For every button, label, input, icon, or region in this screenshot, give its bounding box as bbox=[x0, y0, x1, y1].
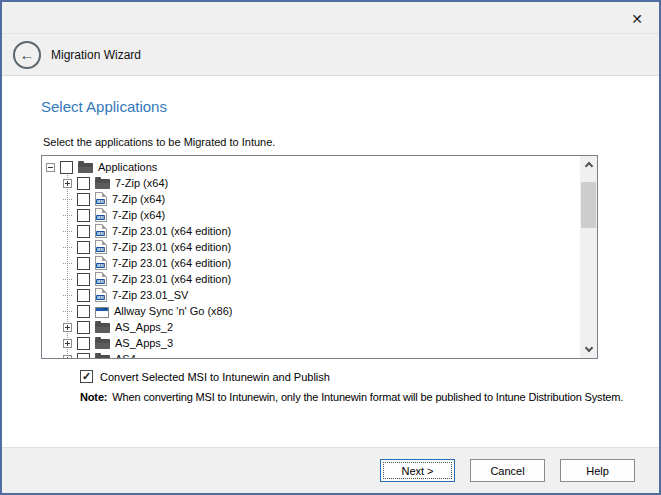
help-button[interactable]: Help bbox=[560, 459, 635, 482]
expand-toggle-icon[interactable] bbox=[63, 323, 72, 332]
next-button[interactable]: Next > bbox=[380, 459, 455, 482]
vertical-scrollbar[interactable] bbox=[580, 156, 597, 358]
tree-connector-stub bbox=[63, 247, 72, 248]
footer-bar: Next > Cancel Help bbox=[2, 447, 659, 493]
folder-icon bbox=[95, 339, 110, 349]
instruction-label: Select the applications to be Migrated t… bbox=[43, 136, 659, 148]
tree-connector-stub bbox=[63, 199, 72, 200]
tree-item-checkbox[interactable] bbox=[77, 353, 90, 360]
tree-item-label: AS_Apps_2 bbox=[115, 321, 173, 333]
tree-connector-stub bbox=[63, 279, 72, 280]
tree-item-label: 7-Zip (x64) bbox=[112, 209, 165, 221]
tree-item[interactable]: MSI7-Zip 23.01 (x64 edition) bbox=[46, 239, 579, 255]
tree-item[interactable]: 7-Zip (x64) bbox=[46, 175, 579, 191]
app-icon bbox=[95, 307, 109, 318]
tree-item[interactable]: MSI7-Zip (x64) bbox=[46, 207, 579, 223]
tree-item-checkbox[interactable] bbox=[77, 177, 90, 190]
convert-option-row: ✓ Convert Selected MSI to Intunewin and … bbox=[80, 370, 659, 383]
scroll-up-icon[interactable] bbox=[580, 156, 597, 173]
msi-icon: MSI bbox=[95, 272, 107, 286]
tree-item-checkbox[interactable] bbox=[77, 321, 90, 334]
tree-item-label: 7-Zip 23.01 (x64 edition) bbox=[112, 273, 231, 285]
back-arrow-icon: ← bbox=[20, 47, 35, 62]
tree-item-label: AS_Apps_3 bbox=[115, 337, 173, 349]
folder-icon bbox=[95, 323, 110, 333]
tree-item[interactable]: MSI7-Zip 23.01 (x64 edition) bbox=[46, 271, 579, 287]
cancel-button[interactable]: Cancel bbox=[470, 459, 545, 482]
msi-icon: MSI bbox=[95, 208, 107, 222]
tree-item[interactable]: MSI7-Zip 23.01 (x64 edition) bbox=[46, 255, 579, 271]
tree-connector-stub bbox=[63, 215, 72, 216]
tree-item-checkbox[interactable] bbox=[77, 209, 90, 222]
tree-item-label: 7-Zip (x64) bbox=[112, 193, 165, 205]
tree-item-checkbox[interactable] bbox=[77, 273, 90, 286]
tree-item-label: Applications bbox=[98, 161, 157, 173]
tree-item[interactable]: Allway Sync 'n' Go (x86) bbox=[46, 303, 579, 319]
tree-item[interactable]: AS_Apps_3 bbox=[46, 335, 579, 351]
note-text: When converting MSI to Intunewin, only t… bbox=[112, 391, 623, 403]
applications-tree: Applications7-Zip (x64)MSI7-Zip (x64)MSI… bbox=[41, 155, 598, 359]
wizard-header: ← Migration Wizard bbox=[2, 34, 659, 76]
tree-item-label: 7-Zip 23.01 (x64 edition) bbox=[112, 241, 231, 253]
tree-item[interactable]: AS4 bbox=[46, 351, 579, 359]
folder-icon bbox=[78, 163, 93, 173]
tree-item-label: Allway Sync 'n' Go (x86) bbox=[114, 305, 233, 317]
tree-connector-stub bbox=[63, 231, 72, 232]
content-area: Select Applications Select the applicati… bbox=[2, 98, 659, 403]
tree-item-checkbox[interactable] bbox=[77, 305, 90, 318]
page-title: Select Applications bbox=[41, 98, 659, 115]
wizard-title: Migration Wizard bbox=[51, 48, 141, 62]
tree-item-label: 7-Zip 23.01_SV bbox=[112, 289, 188, 301]
tree-item[interactable]: MSI7-Zip (x64) bbox=[46, 191, 579, 207]
tree-item-checkbox[interactable] bbox=[77, 241, 90, 254]
msi-icon: MSI bbox=[95, 224, 107, 238]
tree-item[interactable]: AS_Apps_2 bbox=[46, 319, 579, 335]
tree-connector-stub bbox=[63, 295, 72, 296]
scroll-down-icon[interactable] bbox=[580, 341, 597, 358]
collapse-toggle-icon[interactable] bbox=[46, 163, 55, 172]
tree-item-checkbox[interactable] bbox=[77, 257, 90, 270]
tree-item-checkbox[interactable] bbox=[77, 225, 90, 238]
convert-msi-label: Convert Selected MSI to Intunewin and Pu… bbox=[100, 371, 330, 383]
tree-item-label: 7-Zip 23.01 (x64 edition) bbox=[112, 225, 231, 237]
expand-toggle-icon[interactable] bbox=[63, 179, 72, 188]
tree-rows: Applications7-Zip (x64)MSI7-Zip (x64)MSI… bbox=[46, 159, 579, 359]
tree-item-checkbox[interactable] bbox=[77, 289, 90, 302]
back-button[interactable]: ← bbox=[13, 41, 41, 69]
close-icon[interactable]: ✕ bbox=[625, 7, 649, 31]
tree-item-label: 7-Zip 23.01 (x64 edition) bbox=[112, 257, 231, 269]
msi-icon: MSI bbox=[95, 256, 107, 270]
title-bar: ✕ bbox=[2, 2, 659, 34]
tree-item-checkbox[interactable] bbox=[77, 193, 90, 206]
note-label: Note: bbox=[80, 391, 107, 403]
folder-icon bbox=[95, 355, 110, 359]
expand-toggle-icon[interactable] bbox=[63, 339, 72, 348]
wizard-dialog: ✕ ← Migration Wizard Select Applications… bbox=[0, 0, 661, 495]
convert-msi-checkbox[interactable]: ✓ bbox=[80, 370, 93, 383]
scrollbar-thumb[interactable] bbox=[581, 182, 596, 228]
chevron-down-icon bbox=[584, 344, 592, 352]
tree-item-checkbox[interactable] bbox=[60, 161, 73, 174]
chevron-up-icon bbox=[584, 162, 592, 170]
tree-item-label: 7-Zip (x64) bbox=[115, 177, 168, 189]
msi-icon: MSI bbox=[95, 192, 107, 206]
folder-icon bbox=[95, 179, 110, 189]
tree-item[interactable]: MSI7-Zip 23.01_SV bbox=[46, 287, 579, 303]
expand-toggle-icon[interactable] bbox=[63, 355, 72, 360]
tree-connector-stub bbox=[63, 263, 72, 264]
tree-item-checkbox[interactable] bbox=[77, 337, 90, 350]
note-line: Note:When converting MSI to Intunewin, o… bbox=[80, 391, 659, 403]
msi-icon: MSI bbox=[95, 288, 107, 302]
tree-item-label: AS4 bbox=[115, 353, 136, 359]
tree-item[interactable]: Applications bbox=[46, 159, 579, 175]
tree-item[interactable]: MSI7-Zip 23.01 (x64 edition) bbox=[46, 223, 579, 239]
tree-connector-stub bbox=[63, 311, 72, 312]
msi-icon: MSI bbox=[95, 240, 107, 254]
